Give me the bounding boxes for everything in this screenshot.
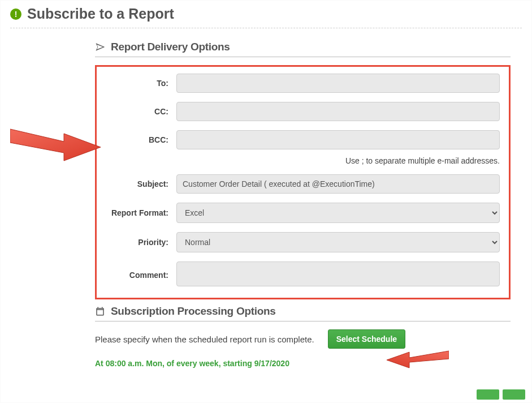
cc-input[interactable] <box>176 102 500 121</box>
subject-label: Subject: <box>106 179 176 188</box>
email-hint: Use ; to separate multiple e-mail addres… <box>106 156 500 165</box>
comment-label: Comment: <box>106 271 176 280</box>
processing-options-section: Subscription Processing Options Please s… <box>95 305 511 368</box>
bcc-input[interactable] <box>176 130 500 149</box>
priority-select[interactable]: Normal <box>176 232 500 252</box>
processing-instruction: Please specify when the scheduled report… <box>95 335 314 344</box>
subject-input[interactable] <box>176 174 500 194</box>
highlight-box: To: CC: BCC: Use ; to separate multiple … <box>95 65 511 299</box>
annotation-arrow-icon <box>10 119 101 164</box>
delivery-section-header: Report Delivery Options <box>95 41 511 57</box>
partial-button <box>477 389 499 400</box>
exclamation-circle-icon: ! <box>10 8 21 20</box>
calendar-icon <box>95 306 105 316</box>
cc-label: CC: <box>106 107 176 116</box>
priority-label: Priority: <box>106 238 176 247</box>
svg-marker-0 <box>10 129 101 161</box>
page-title-row: ! Subscribe to a Report <box>10 6 522 28</box>
delivery-section-title: Report Delivery Options <box>111 41 230 53</box>
schedule-summary: At 08:00 a.m. Mon, of every week, starti… <box>95 359 511 368</box>
processing-section-title: Subscription Processing Options <box>111 305 276 318</box>
to-input[interactable] <box>176 74 500 93</box>
page-title: Subscribe to a Report <box>27 6 174 22</box>
paper-plane-icon <box>95 42 105 52</box>
format-select[interactable]: Excel <box>176 203 500 223</box>
processing-section-header: Subscription Processing Options <box>95 305 511 321</box>
format-label: Report Format: <box>106 208 176 217</box>
partial-button <box>503 389 525 400</box>
delivery-options-section: Report Delivery Options To: CC: BCC: Use… <box>95 41 511 299</box>
select-schedule-button[interactable]: Select Schedule <box>328 329 405 349</box>
bcc-label: BCC: <box>106 135 176 144</box>
comment-textarea[interactable] <box>176 261 500 286</box>
to-label: To: <box>106 79 176 88</box>
footer-buttons-partial <box>477 389 525 400</box>
